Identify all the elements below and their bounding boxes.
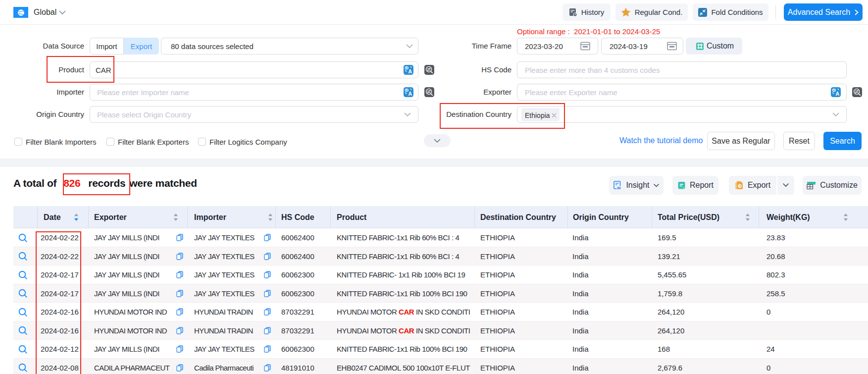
- svg-text:A: A: [408, 91, 412, 97]
- svg-text:A: A: [835, 91, 839, 97]
- svg-text:A: A: [408, 68, 412, 74]
- svg-text:BI: BI: [617, 186, 621, 190]
